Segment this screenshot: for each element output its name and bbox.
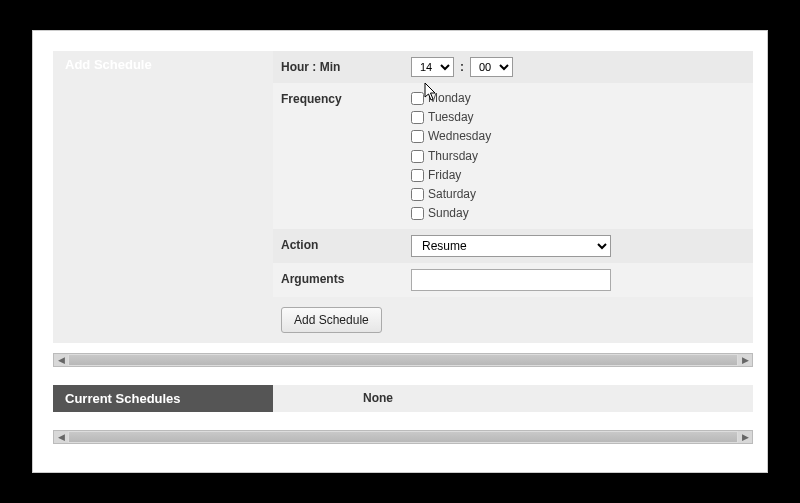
hour-select[interactable]: 14 (411, 57, 454, 77)
current-schedules-none: None (273, 385, 753, 412)
minute-select[interactable]: 00 (470, 57, 513, 77)
checkbox-sunday[interactable] (411, 207, 424, 220)
day-friday[interactable]: Friday (411, 166, 745, 185)
label-arguments: Arguments (281, 269, 411, 286)
add-schedule-button[interactable]: Add Schedule (281, 307, 382, 333)
day-thursday[interactable]: Thursday (411, 147, 745, 166)
checkbox-thursday[interactable] (411, 150, 424, 163)
settings-panel: Add Schedule Hour : Min 14 : 00 (32, 30, 768, 473)
row-frequency: Frequency Monday Tuesday Wednesday Thurs… (273, 83, 753, 229)
day-sunday[interactable]: Sunday (411, 204, 745, 223)
checkbox-monday[interactable] (411, 92, 424, 105)
action-select[interactable]: Resume (411, 235, 611, 257)
current-schedules-header: Current Schedules (53, 385, 273, 412)
arguments-input[interactable] (411, 269, 611, 291)
scroll-right-icon[interactable]: ▶ (738, 354, 752, 366)
row-arguments: Arguments (273, 263, 753, 297)
label-frequency: Frequency (281, 89, 411, 106)
time-colon: : (454, 60, 470, 74)
label-action: Action (281, 235, 411, 252)
checkbox-wednesday[interactable] (411, 130, 424, 143)
day-tuesday[interactable]: Tuesday (411, 108, 745, 127)
scroll-track[interactable] (69, 432, 737, 442)
checkbox-friday[interactable] (411, 169, 424, 182)
scroll-left-icon[interactable]: ◀ (54, 431, 68, 443)
checkbox-saturday[interactable] (411, 188, 424, 201)
scroll-left-icon[interactable]: ◀ (54, 354, 68, 366)
scroll-right-icon[interactable]: ▶ (738, 431, 752, 443)
row-hour-min: Hour : Min 14 : 00 (273, 51, 753, 83)
day-monday[interactable]: Monday (411, 89, 745, 108)
row-action: Action Resume (273, 229, 753, 263)
scroll-track[interactable] (69, 355, 737, 365)
label-hour-min: Hour : Min (281, 57, 411, 74)
current-schedules-section: Current Schedules None (53, 385, 753, 412)
day-wednesday[interactable]: Wednesday (411, 127, 745, 146)
checkbox-tuesday[interactable] (411, 111, 424, 124)
add-schedule-section: Add Schedule Hour : Min 14 : 00 (53, 51, 753, 343)
hscrollbar-1[interactable]: ◀ ▶ (53, 353, 753, 367)
hscrollbar-2[interactable]: ◀ ▶ (53, 430, 753, 444)
day-saturday[interactable]: Saturday (411, 185, 745, 204)
